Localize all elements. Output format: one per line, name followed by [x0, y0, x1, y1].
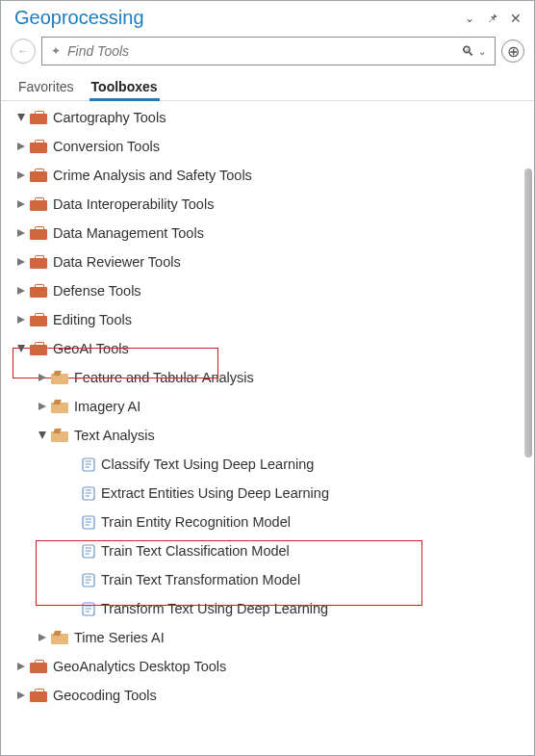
tool-label: Train Text Transformation Model — [101, 572, 300, 587]
tool-label: Train Text Classification Model — [101, 543, 290, 559]
toolbox-label: Data Interoperability Tools — [53, 196, 214, 212]
script-icon — [82, 486, 95, 501]
tool-train-transform[interactable]: Train Text Transformation Model — [1, 565, 534, 594]
sparkle-icon: ✦ — [48, 44, 64, 58]
svg-marker-9 — [38, 374, 46, 381]
expand-icon[interactable] — [14, 169, 28, 182]
toolset-imagery[interactable]: Imagery AI — [1, 392, 534, 421]
toolbox-icon — [30, 313, 47, 326]
toolset-text[interactable]: Text Analysis — [1, 421, 534, 450]
svg-marker-2 — [17, 171, 25, 179]
toolbox-label: Cartography Tools — [53, 110, 166, 125]
panel-title: Geoprocessing — [14, 7, 455, 29]
toolbox-crime[interactable]: Crime Analysis and Safety Tools — [1, 161, 534, 190]
tool-train-textclass[interactable]: Train Text Classification Model — [1, 536, 534, 565]
tool-extract-entities[interactable]: Extract Entities Using Deep Learning — [1, 479, 534, 508]
tool-train-entity[interactable]: Train Entity Recognition Model — [1, 508, 534, 536]
toolset-icon — [51, 631, 68, 644]
svg-marker-3 — [17, 200, 25, 208]
toolset-feature[interactable]: Feature and Tabular Analysis — [1, 363, 534, 392]
tab-toolboxes[interactable]: Toolboxes — [89, 75, 160, 100]
expand-icon[interactable] — [36, 371, 49, 384]
expand-icon[interactable] — [14, 255, 28, 269]
svg-marker-11 — [38, 431, 46, 439]
toolbox-icon — [30, 140, 47, 153]
toolset-label: Text Analysis — [74, 428, 155, 443]
toolbox-editing[interactable]: Editing Tools — [1, 305, 534, 334]
toolbox-label: GeoAnalytics Desktop Tools — [53, 659, 226, 674]
toolbox-label: Data Management Tools — [53, 225, 204, 241]
scrollbar[interactable] — [524, 169, 532, 457]
toolbox-label: GeoAI Tools — [53, 341, 129, 356]
toolbox-cartography[interactable]: Cartography Tools — [1, 103, 534, 132]
svg-marker-6 — [17, 287, 25, 295]
toolbox-geoanalytics[interactable]: GeoAnalytics Desktop Tools — [1, 652, 534, 681]
toolset-label: Time Series AI — [74, 630, 165, 645]
toolset-icon — [51, 429, 68, 442]
expand-icon[interactable] — [36, 631, 49, 644]
expand-icon[interactable] — [36, 429, 49, 442]
script-icon — [82, 544, 95, 559]
svg-marker-36 — [38, 634, 46, 641]
toolset-icon — [51, 371, 68, 384]
search-input[interactable] — [64, 43, 460, 59]
expand-icon[interactable] — [14, 660, 28, 673]
toolbox-icon — [30, 342, 47, 355]
toolset-timeseries[interactable]: Time Series AI — [1, 623, 534, 652]
tab-favorites[interactable]: Favorites — [16, 75, 76, 100]
toolbox-label: Geocoding Tools — [53, 688, 157, 703]
expand-icon[interactable] — [14, 140, 28, 153]
toolbox-conversion[interactable]: Conversion Tools — [1, 132, 534, 161]
toolbox-interop[interactable]: Data Interoperability Tools — [1, 190, 534, 219]
dropdown-icon[interactable]: ⌄ — [461, 12, 478, 25]
svg-marker-8 — [17, 345, 25, 352]
tool-classify-text[interactable]: Classify Text Using Deep Learning — [1, 450, 534, 479]
pin-icon[interactable]: 📌︎ — [484, 12, 501, 25]
toolbox-label: Data Reviewer Tools — [53, 254, 181, 270]
expand-icon[interactable] — [36, 400, 49, 413]
back-button[interactable]: ← — [11, 39, 36, 64]
script-icon — [82, 602, 95, 616]
search-box[interactable]: ✦ 🔍︎ ⌄ — [41, 37, 496, 65]
svg-marker-4 — [17, 229, 25, 237]
toolbox-icon — [30, 284, 47, 298]
svg-marker-7 — [17, 316, 25, 324]
script-icon — [82, 515, 95, 530]
tool-transform-text[interactable]: Transform Text Using Deep Learning — [1, 594, 534, 623]
toolbox-label: Conversion Tools — [53, 139, 160, 154]
search-icon[interactable]: 🔍︎ — [460, 43, 475, 59]
toolbox-icon — [30, 169, 47, 182]
svg-marker-38 — [17, 691, 25, 699]
toolset-label: Feature and Tabular Analysis — [74, 370, 254, 385]
expand-icon[interactable] — [14, 313, 28, 326]
toolbox-icon — [30, 255, 47, 269]
close-icon[interactable]: ✕ — [507, 11, 524, 26]
toolbox-icon — [30, 660, 47, 673]
svg-marker-1 — [17, 143, 25, 150]
toolbox-icon — [30, 226, 47, 240]
toolbox-icon — [30, 197, 47, 211]
script-icon — [82, 573, 95, 587]
expand-icon[interactable] — [14, 689, 28, 702]
toolbox-label: Defense Tools — [53, 283, 141, 299]
add-button[interactable]: ⊕ — [501, 39, 524, 63]
expand-icon[interactable] — [14, 342, 28, 355]
tool-label: Train Entity Recognition Model — [101, 514, 291, 530]
toolset-icon — [51, 400, 68, 413]
toolbox-geoai[interactable]: GeoAI Tools — [1, 334, 534, 363]
expand-icon[interactable] — [14, 197, 28, 211]
toolset-label: Imagery AI — [74, 399, 140, 414]
expand-icon[interactable] — [14, 284, 28, 298]
svg-marker-0 — [17, 114, 25, 121]
expand-icon[interactable] — [14, 111, 28, 124]
toolbox-icon — [30, 689, 47, 702]
toolbox-reviewer[interactable]: Data Reviewer Tools — [1, 248, 534, 276]
toolbox-datamgmt[interactable]: Data Management Tools — [1, 219, 534, 248]
svg-marker-37 — [17, 663, 25, 670]
expand-icon[interactable] — [14, 226, 28, 240]
toolbox-geocoding[interactable]: Geocoding Tools — [1, 681, 534, 710]
chevron-down-icon[interactable]: ⌄ — [475, 46, 489, 57]
toolbox-defense[interactable]: Defense Tools — [1, 276, 534, 305]
svg-marker-10 — [38, 403, 46, 410]
svg-marker-5 — [17, 258, 25, 266]
